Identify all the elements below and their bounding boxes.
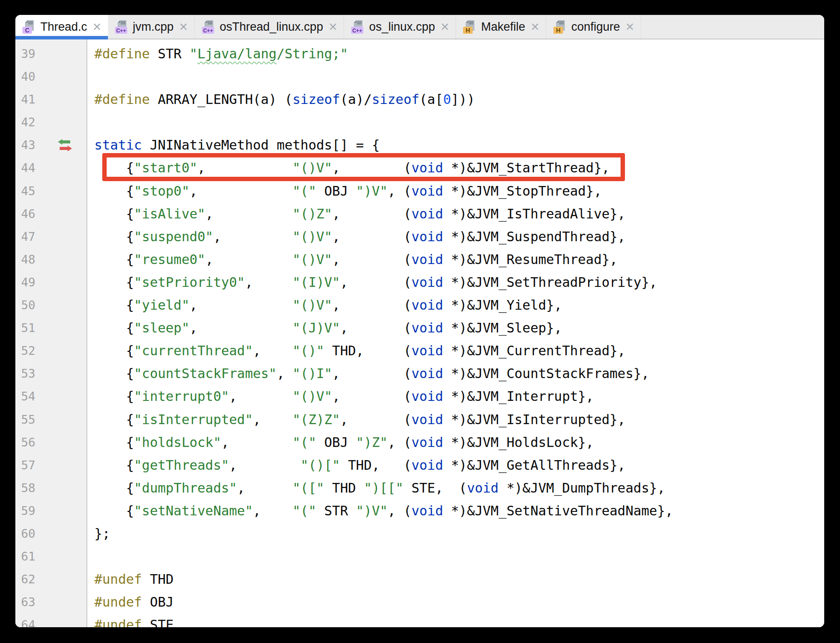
line-number: 57 [15, 454, 86, 477]
code-token: *)&JVM_Interrupt}, [443, 389, 594, 404]
code-line-61[interactable] [94, 545, 824, 568]
code-token: void [467, 480, 499, 496]
code-token: #undef [94, 572, 142, 587]
line-number: 45 [15, 180, 86, 203]
code-token: { [94, 229, 134, 244]
code-token: "()I" [293, 366, 332, 381]
tab-close-icon[interactable]: ✕ [531, 21, 540, 33]
code-token: void [411, 366, 443, 381]
code-line-52[interactable]: {"currentThread", "()" THD, (void *)&JVM… [94, 339, 824, 362]
code-token: , ( [332, 252, 412, 267]
line-number: 42 [15, 111, 86, 134]
line-number: 54 [15, 385, 86, 408]
line-number: 43 [15, 134, 86, 157]
code-line-56[interactable]: {"holdsLock", "(" OBJ ")Z", (void *)&JVM… [94, 431, 824, 454]
tab-thread-c[interactable]: CThread.c✕ [15, 15, 108, 39]
code-token: , [190, 320, 293, 336]
code-token: 0 [443, 92, 451, 107]
code-token: THD [142, 572, 173, 587]
code-token: OBJ [316, 183, 356, 199]
code-line-64[interactable]: #undef STE [94, 614, 824, 627]
code-token: #define [94, 92, 150, 107]
tab-close-icon[interactable]: ✕ [328, 21, 337, 33]
code-token: void [412, 320, 443, 336]
code-token: "isAlive" [134, 206, 205, 221]
code-token: *)&JVM_DumpThreads}, [499, 480, 665, 496]
code-token: , [245, 275, 292, 290]
code-line-46[interactable]: {"isAlive", "()Z", (void *)&JVM_IsThread… [94, 203, 824, 225]
code-line-63[interactable]: #undef OBJ [94, 591, 824, 614]
line-number: 52 [15, 339, 86, 362]
changed-lines-arrows-icon[interactable] [57, 139, 72, 152]
code-token: , ( [388, 183, 411, 199]
code-line-59[interactable]: {"setNativeName", "(" STR ")V", (void *)… [94, 500, 824, 522]
code-token: *)&JVM_Yield}, [443, 297, 562, 313]
code-line-53[interactable]: {"countStackFrames", "()I", (void *)&JVM… [94, 362, 824, 385]
code-line-41[interactable]: #define ARRAY_LENGTH(a) (sizeof(a)/sizeo… [94, 88, 824, 111]
code-token: *)&JVM_ResumeThread}, [443, 252, 617, 267]
code-token: *)&JVM_IsInterrupted}, [443, 412, 625, 427]
code-area[interactable]: #define STR "Ljava/lang/String;"#define … [87, 39, 824, 627]
tab-label: configure [571, 20, 620, 34]
editor-tab-bar: CThread.c✕C++jvm.cpp✕C++osThread_linux.c… [15, 15, 824, 39]
tab-osthread-linux-cpp[interactable]: C++osThread_linux.cpp✕ [195, 15, 345, 39]
code-line-58[interactable]: {"dumpThreads", "([" THD ")[[" STE, (voi… [94, 477, 824, 500]
tab-jvm-cpp[interactable]: C++jvm.cpp✕ [108, 15, 195, 39]
code-token: { [94, 412, 134, 427]
code-line-42[interactable] [94, 111, 824, 134]
code-line-48[interactable]: {"resume0", "()V", (void *)&JVM_ResumeTh… [94, 248, 824, 271]
code-token: { [94, 503, 134, 518]
code-token: "start0" [134, 160, 197, 175]
code-token: "(" [293, 435, 316, 450]
code-token: STE, ( [403, 480, 467, 496]
code-line-43[interactable]: static JNINativeMethod methods[] = { [94, 134, 824, 157]
code-token: "getThreads" [134, 457, 229, 473]
code-token: Ljava/lang [197, 46, 277, 61]
tab-makefile[interactable]: HMakefile✕ [456, 15, 546, 39]
code-token: { [94, 275, 134, 290]
code-line-47[interactable]: {"suspend0", "()V", (void *)&JVM_Suspend… [94, 225, 824, 248]
tab-configure[interactable]: Hconfigure✕ [546, 15, 641, 39]
code-token: *)&JVM_GetAllThreads}, [443, 457, 625, 473]
code-line-51[interactable]: {"sleep", "(J)V", (void *)&JVM_Sleep}, [94, 317, 824, 339]
code-line-54[interactable]: {"interrupt0", "()V", (void *)&JVM_Inter… [94, 385, 824, 408]
code-token: STR [150, 46, 189, 61]
svg-text:C: C [25, 27, 29, 34]
code-token: ARRAY_LENGTH(a) ( [150, 92, 292, 107]
code-line-40[interactable] [94, 65, 824, 88]
code-token: , [190, 297, 293, 313]
code-token: (a)/ [340, 92, 372, 107]
code-line-57[interactable]: {"getThreads", "()[" THD, (void *)&JVM_G… [94, 454, 824, 477]
code-token: , [276, 366, 292, 381]
code-token: }; [94, 526, 110, 541]
code-token: , [213, 229, 293, 244]
svg-text:C++: C++ [352, 28, 363, 34]
code-token: void [412, 457, 443, 473]
code-token: void [412, 435, 443, 450]
code-line-62[interactable]: #undef THD [94, 568, 824, 591]
file-type-icon: C++ [350, 19, 365, 34]
code-token: STR [316, 503, 356, 518]
code-line-55[interactable]: {"isInterrupted", "(Z)Z", (void *)&JVM_I… [94, 408, 824, 431]
line-number: 51 [15, 317, 86, 339]
code-line-60[interactable]: }; [94, 522, 824, 545]
code-token: "()Z" [293, 206, 332, 221]
code-line-45[interactable]: {"stop0", "(" OBJ ")V", (void *)&JVM_Sto… [94, 180, 824, 203]
code-token: "(I)V" [293, 275, 340, 290]
tab-close-icon[interactable]: ✕ [625, 21, 635, 33]
code-token: , [221, 435, 293, 450]
code-token: { [94, 206, 134, 221]
tab-close-icon[interactable]: ✕ [440, 21, 449, 33]
tab-close-icon[interactable]: ✕ [179, 21, 188, 33]
code-line-44[interactable]: {"start0", "()V", (void *)&JVM_StartThre… [94, 157, 824, 179]
file-type-icon: C++ [201, 19, 216, 34]
code-token: THD, ( [340, 457, 412, 473]
code-token: void [412, 297, 443, 313]
code-line-50[interactable]: {"yield", "()V", (void *)&JVM_Yield}, [94, 294, 824, 317]
code-token: { [94, 343, 134, 358]
code-line-49[interactable]: {"setPriority0", "(I)V", (void *)&JVM_Se… [94, 271, 824, 294]
code-token: #define [94, 46, 150, 61]
code-line-39[interactable]: #define STR "Ljava/lang/String;" [94, 43, 824, 65]
tab-close-icon[interactable]: ✕ [93, 21, 102, 33]
tab-os-linux-cpp[interactable]: C++os_linux.cpp✕ [344, 15, 456, 39]
